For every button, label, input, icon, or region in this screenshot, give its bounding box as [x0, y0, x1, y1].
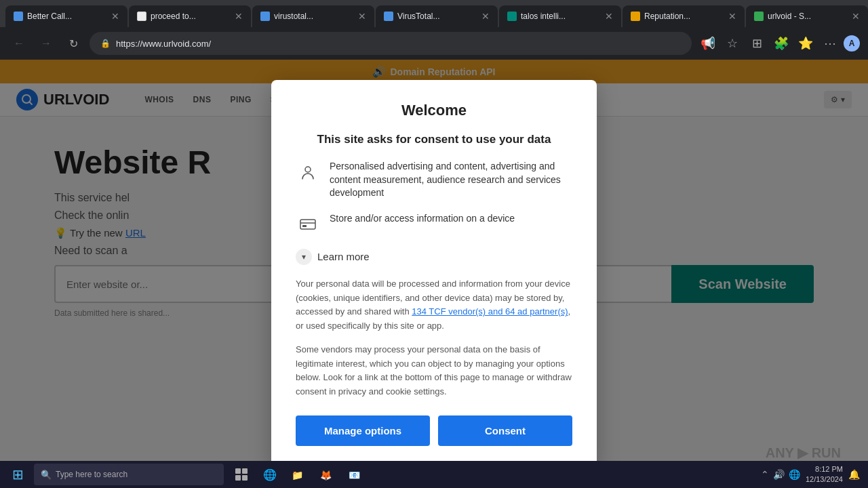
- svg-text:📧: 📧: [349, 470, 361, 481]
- tab-close-button[interactable]: ✕: [481, 11, 490, 22]
- tab-favicon: [507, 12, 517, 21]
- browser-tab-tab1[interactable]: Better Call...✕: [5, 5, 127, 27]
- modal-body-text2: Some vendors may process your personal d…: [296, 343, 572, 399]
- taskbar-date: 12/13/2024: [806, 474, 843, 485]
- profile-button[interactable]: A: [844, 35, 860, 52]
- tab-favicon: [754, 12, 764, 21]
- collections-button[interactable]: ⭐: [795, 33, 816, 54]
- modal-title: Welcome: [296, 102, 572, 119]
- taskbar-search-icon: 🔍: [41, 470, 52, 480]
- svg-rect-7: [242, 468, 248, 474]
- tray-chevron[interactable]: ⌃: [761, 469, 769, 480]
- learn-more-row[interactable]: ▾ Learn more: [296, 249, 572, 265]
- tab-label: Better Call...: [27, 12, 107, 21]
- modal-heading: This site asks for consent to use your d…: [296, 133, 572, 146]
- browser-tab-tab6[interactable]: Reputation...✕: [623, 5, 745, 27]
- notification-icon[interactable]: 🔔: [848, 469, 860, 480]
- taskbar-search-text: Type here to search: [56, 470, 127, 479]
- consent-icon-1: [296, 160, 320, 184]
- tab-close-button[interactable]: ✕: [111, 11, 119, 22]
- forward-button[interactable]: →: [35, 33, 57, 54]
- svg-rect-8: [235, 475, 241, 481]
- read-aloud-button[interactable]: 📢: [697, 33, 719, 54]
- consent-text-2: Store and/or access information on a dev…: [330, 212, 515, 226]
- taskbar-clock[interactable]: 8:12 PM 12/13/2024: [806, 464, 843, 485]
- tab-label: Reputation...: [644, 12, 724, 21]
- svg-rect-9: [242, 475, 248, 481]
- tab-favicon: [260, 12, 270, 21]
- full-page: Better Call...✕proceed to...✕virustotal.…: [0, 0, 868, 488]
- svg-text:📁: 📁: [292, 470, 304, 481]
- extensions-area: 📢 ☆ ⊞ 🧩 ⭐ ⋯ A: [697, 33, 860, 54]
- svg-rect-5: [302, 225, 307, 227]
- taskbar-tray: ⌃ 🔊 🌐 8:12 PM 12/13/2024 🔔: [755, 464, 865, 485]
- tab-bar: Better Call...✕proceed to...✕virustotal.…: [0, 0, 868, 27]
- consent-modal: Welcome This site asks for consent to us…: [271, 80, 597, 468]
- task-view-button[interactable]: [228, 462, 255, 487]
- browser-tab-tab2[interactable]: proceed to...✕: [129, 5, 251, 27]
- file-explorer-taskbar-icon[interactable]: 📁: [285, 462, 312, 487]
- vendor-link[interactable]: 134 TCF vendor(s) and 64 ad partner(s): [412, 306, 568, 317]
- tab-close-button[interactable]: ✕: [728, 11, 736, 22]
- tab-label: VirusTotal...: [397, 12, 477, 21]
- modal-body-text: Your personal data will be processed and…: [296, 277, 572, 333]
- taskbar: ⊞ 🔍 Type here to search 🌐 📁 🦊: [0, 461, 868, 488]
- manage-options-button[interactable]: Manage options: [296, 415, 430, 446]
- edge-taskbar-icon[interactable]: 🌐: [256, 462, 283, 487]
- learn-more-chevron-icon: ▾: [296, 249, 312, 265]
- extensions-button[interactable]: 🧩: [770, 33, 792, 54]
- start-button[interactable]: ⊞: [3, 462, 33, 487]
- split-button[interactable]: ⊞: [746, 33, 768, 54]
- taskbar-time: 8:12 PM: [806, 464, 843, 474]
- tab-close-button[interactable]: ✕: [852, 11, 860, 22]
- settings-dots-button[interactable]: ⋯: [819, 33, 841, 54]
- tab-label: urlvoid - S...: [768, 12, 848, 21]
- modal-overlay: Welcome This site asks for consent to us…: [0, 60, 868, 488]
- outlook-taskbar-icon[interactable]: 📧: [342, 462, 369, 487]
- taskbar-pinned-icons: 🌐 📁 🦊 📧: [228, 462, 369, 487]
- consent-text-1: Personalised advertising and content, ad…: [330, 160, 572, 200]
- address-url: https://www.urlvoid.com/: [116, 39, 681, 49]
- address-bar[interactable]: 🔒 https://www.urlvoid.com/: [90, 32, 692, 55]
- firefox-taskbar-icon[interactable]: 🦊: [313, 462, 340, 487]
- tray-network[interactable]: 🌐: [789, 469, 800, 480]
- tab-favicon: [631, 12, 640, 21]
- tab-favicon: [14, 12, 23, 21]
- tab-close-button[interactable]: ✕: [235, 11, 243, 22]
- reload-button[interactable]: ↻: [62, 33, 84, 54]
- tray-icons: ⌃ 🔊 🌐: [761, 469, 800, 480]
- page-content: 🔊 Domain Reputation API URLVOID WHOIS: [0, 60, 868, 488]
- tab-favicon: [384, 12, 393, 21]
- tab-label: virustotal...: [274, 12, 354, 21]
- favorites-button[interactable]: ☆: [722, 33, 743, 54]
- svg-point-2: [305, 167, 311, 172]
- taskbar-search[interactable]: 🔍 Type here to search: [34, 464, 224, 485]
- modal-actions: Manage options Consent: [296, 415, 572, 446]
- browser-tab-tab3[interactable]: virustotal...✕: [252, 5, 374, 27]
- consent-icon-2: [296, 212, 320, 237]
- consent-item-2: Store and/or access information on a dev…: [296, 212, 572, 237]
- svg-rect-6: [235, 468, 241, 474]
- tab-close-button[interactable]: ✕: [358, 11, 366, 22]
- tab-favicon: [137, 12, 146, 21]
- browser-area: Better Call...✕proceed to...✕virustotal.…: [0, 0, 868, 461]
- svg-text:🌐: 🌐: [263, 468, 277, 481]
- consent-item-1: Personalised advertising and content, ad…: [296, 160, 572, 200]
- browser-tab-tab4[interactable]: VirusTotal...✕: [376, 5, 498, 27]
- consent-button[interactable]: Consent: [438, 415, 572, 446]
- back-button[interactable]: ←: [8, 33, 30, 54]
- tray-volume[interactable]: 🔊: [773, 469, 785, 480]
- tab-close-button[interactable]: ✕: [605, 11, 613, 22]
- lock-icon: 🔒: [100, 39, 111, 48]
- browser-tab-tab7[interactable]: urlvoid - S...✕: [746, 5, 868, 27]
- tab-label: proceed to...: [151, 12, 231, 21]
- svg-text:🦊: 🦊: [320, 470, 332, 481]
- learn-more-label: Learn more: [317, 251, 370, 262]
- browser-tab-tab5[interactable]: talos intelli...✕: [499, 5, 621, 27]
- tab-label: talos intelli...: [521, 12, 601, 21]
- address-bar-row: ← → ↻ 🔒 https://www.urlvoid.com/ 📢 ☆ ⊞ 🧩…: [0, 27, 868, 60]
- svg-rect-3: [300, 220, 315, 229]
